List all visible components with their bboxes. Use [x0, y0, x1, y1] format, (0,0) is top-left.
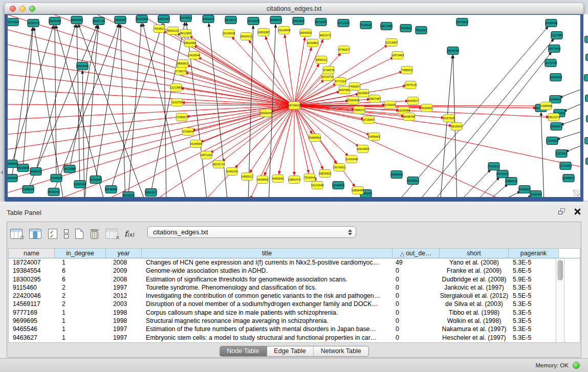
graph-node[interactable]: 20937149: [93, 17, 105, 25]
table-cell[interactable]: 0: [393, 309, 440, 317]
table-cell[interactable]: 0: [393, 334, 440, 342]
graph-node[interactable]: 18143948: [17, 164, 29, 172]
graph-node[interactable]: 9671385: [315, 18, 326, 26]
table-cell[interactable]: Dudbridge et al. (2008): [440, 275, 509, 283]
table-cell[interactable]: de Silva et al. (2003): [440, 300, 509, 308]
table-cell[interactable]: Investigating the contribution of common…: [142, 292, 393, 300]
column-header-short[interactable]: short: [440, 249, 509, 258]
table-selector-dropdown[interactable]: citations_edges.txt: [147, 226, 356, 238]
table-row[interactable]: 911546021997Tourette syndrome. Phenomeno…: [9, 283, 580, 292]
graph-node[interactable]: 7462667: [349, 83, 360, 91]
table-cell[interactable]: 1: [55, 334, 106, 342]
graph-node[interactable]: 12710354: [559, 162, 572, 170]
table-row[interactable]: 2242004622012Investigating the contribut…: [9, 292, 580, 300]
graph-node[interactable]: 10712197: [337, 19, 350, 27]
graph-node[interactable]: 18495796: [403, 113, 415, 121]
column-header-in_degree[interactable]: in_degree: [55, 249, 106, 258]
delete-table-icon[interactable]: [90, 229, 99, 239]
graph-node[interactable]: 10948392: [390, 171, 403, 179]
graph-node[interactable]: 16914094: [357, 145, 369, 153]
graph-node[interactable]: 3624554: [358, 90, 369, 97]
graph-node[interactable]: 7515526: [400, 25, 411, 32]
table-cell[interactable]: Structural magnetic resonance image aver…: [142, 317, 393, 325]
graph-node[interactable]: 15076002: [333, 164, 345, 171]
graph-node[interactable]: 10871303: [200, 151, 212, 159]
table-cell[interactable]: Tourette syndrome. Phenomenology and cla…: [142, 283, 393, 292]
table-cell[interactable]: 9699695: [9, 317, 55, 325]
graph-node[interactable]: 25160650: [90, 176, 102, 184]
graph-node[interactable]: 12975115: [404, 81, 417, 89]
graph-node[interactable]: 16496103: [270, 16, 282, 24]
table-cell[interactable]: Franke et al. (2009): [440, 267, 509, 275]
graph-node[interactable]: 5905145: [30, 168, 41, 176]
graph-node[interactable]: 9465546: [272, 175, 284, 183]
graph-node[interactable]: 15276002: [180, 15, 192, 22]
table-cell[interactable]: 9115460: [9, 283, 55, 292]
graph-node[interactable]: 18724007: [288, 102, 300, 110]
tab-network-table[interactable]: Network Table: [314, 346, 368, 356]
graph-node[interactable]: 16131548: [311, 182, 323, 189]
graph-node[interactable]: 9699695: [257, 176, 268, 184]
table-cell[interactable]: Changes of HCN gene expression and I(f) …: [142, 258, 393, 267]
table-cell[interactable]: 1: [55, 317, 106, 325]
graph-node[interactable]: 8912955: [180, 30, 191, 37]
table-cell[interactable]: 1: [55, 258, 106, 267]
graph-node[interactable]: 1610755: [171, 99, 183, 106]
graph-node[interactable]: 16273749: [545, 59, 557, 67]
table-cell[interactable]: 5.3E-5: [509, 300, 559, 308]
graph-node[interactable]: 9861373: [319, 32, 331, 39]
table-cell[interactable]: 9777169: [9, 309, 55, 317]
graph-node[interactable]: 22420046: [188, 52, 200, 59]
table-cell[interactable]: 2: [55, 300, 106, 308]
graph-node[interactable]: 10653287: [158, 15, 170, 23]
graph-node[interactable]: 15692971: [550, 123, 562, 130]
table-cell[interactable]: 22420046: [9, 292, 55, 300]
table-cell[interactable]: 2: [55, 283, 106, 292]
table-cell[interactable]: 1997: [106, 283, 142, 292]
table-cell[interactable]: 6: [55, 267, 106, 275]
network-canvas[interactable]: 1872400715370333140557142069140619981562…: [8, 15, 580, 197]
graph-node[interactable]: 6216005: [384, 101, 396, 109]
graph-node[interactable]: 7632621: [488, 163, 499, 170]
column-header-pagerank[interactable]: pagerank: [509, 249, 559, 258]
graph-node[interactable]: 15370333: [8, 18, 19, 26]
graph-node[interactable]: 9777169: [335, 78, 346, 85]
graph-node[interactable]: 18148394: [105, 186, 117, 193]
graph-node[interactable]: 6466161: [203, 15, 214, 23]
graph-node[interactable]: 10806486: [352, 187, 364, 194]
graph-node[interactable]: 9724544: [182, 128, 193, 136]
graph-node[interactable]: 3915548: [8, 174, 17, 182]
graph-node[interactable]: 20691406: [49, 17, 61, 25]
column-header-title[interactable]: title: [142, 249, 393, 258]
collapsed-panel-handle[interactable]: [1, 170, 3, 174]
column-header-out_de[interactable]: △out_de…: [393, 249, 440, 258]
table-cell[interactable]: 5.9E-5: [509, 275, 559, 283]
graph-node[interactable]: 19384554: [309, 134, 321, 142]
table-row[interactable]: 946554611997Estimation of the future num…: [9, 325, 580, 333]
table-cell[interactable]: 18724007: [9, 258, 55, 267]
graph-node[interactable]: 14133986: [63, 165, 76, 173]
graph-node[interactable]: 2718170: [175, 68, 186, 75]
table-row[interactable]: 969969511998Structural magnetic resonanc…: [9, 317, 580, 325]
graph-node[interactable]: 9497568: [339, 86, 350, 94]
table-cell[interactable]: 2: [55, 292, 106, 300]
table-cell[interactable]: 0: [393, 300, 440, 308]
network-graph[interactable]: 1872400715370333140557142069140619981562…: [8, 15, 580, 197]
table-cell[interactable]: 5.6E-5: [509, 267, 559, 275]
table-cell[interactable]: Stergiakouli et al. (2012): [440, 292, 509, 300]
tab-edge-table[interactable]: Edge Table: [267, 346, 313, 356]
table-row[interactable]: 946362711997Embryonic stem cells: a mode…: [9, 334, 580, 342]
table-cell[interactable]: Yano et al. (2008): [440, 258, 509, 267]
graph-node[interactable]: 11595958: [540, 102, 552, 110]
graph-node[interactable]: 9157918: [443, 115, 454, 122]
graph-node[interactable]: 10807487: [368, 95, 381, 103]
graph-node[interactable]: 9091267: [145, 189, 157, 196]
tab-node-table[interactable]: Node Table: [220, 346, 267, 356]
table-cell[interactable]: 2008: [106, 258, 142, 267]
graph-node[interactable]: 10853287: [257, 29, 270, 36]
graph-node[interactable]: 12217987: [551, 32, 563, 39]
table-cell[interactable]: 0: [393, 292, 440, 300]
function-builder-icon[interactable]: f(x): [124, 229, 134, 238]
graph-node[interactable]: 8471676: [497, 170, 508, 178]
graph-node[interactable]: 19981562: [71, 16, 83, 24]
